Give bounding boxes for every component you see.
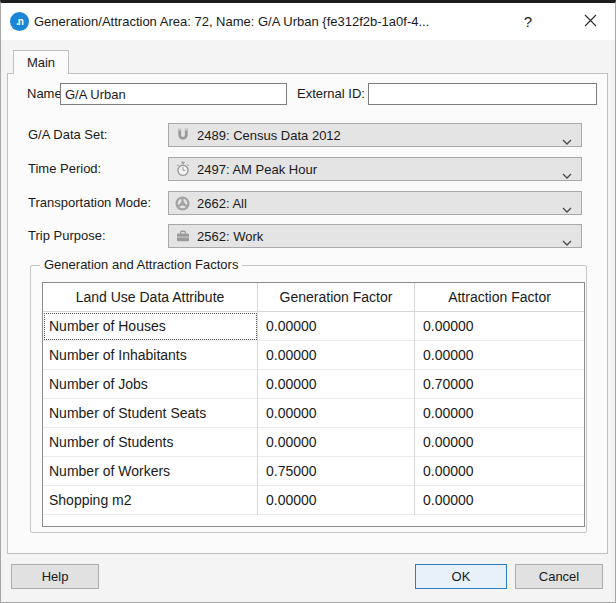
cell-attraction-factor[interactable]: 0.00000 xyxy=(415,428,584,457)
window-title: Generation/Attraction Area: 72, Name: G/… xyxy=(34,3,429,40)
tab-main-label: Main xyxy=(27,55,55,70)
trip-purpose-dropdown[interactable]: 2562: Work xyxy=(168,224,582,248)
cell-generation-factor[interactable]: 0.00000 xyxy=(258,428,415,457)
close-icon xyxy=(584,13,597,31)
cell-generation-factor[interactable]: 0.75000 xyxy=(258,457,415,486)
transportation-mode-row: Transportation Mode: 2662: All xyxy=(1,191,615,215)
table-row: Number of Student Seats 0.00000 0.00000 xyxy=(43,399,584,428)
column-header-attraction: Attraction Factor xyxy=(415,283,584,312)
ga-data-set-value: 2489: Census Data 2012 xyxy=(197,128,341,143)
app-logo-icon: .n xyxy=(10,12,29,31)
table-row: Number of Workers 0.75000 0.00000 xyxy=(43,457,584,486)
cell-generation-factor[interactable]: 0.00000 xyxy=(258,486,415,515)
cell-attraction-factor[interactable]: 0.00000 xyxy=(415,312,584,341)
cell-generation-factor[interactable]: 0.00000 xyxy=(258,312,415,341)
briefcase-icon xyxy=(174,228,191,245)
cell-attribute[interactable]: Number of Houses xyxy=(43,312,258,341)
table-row: Shopping m2 0.00000 0.00000 xyxy=(43,486,584,515)
caption-help-button[interactable]: ? xyxy=(511,3,545,40)
external-id-input[interactable] xyxy=(368,83,597,105)
cancel-button[interactable]: Cancel xyxy=(515,564,603,589)
cell-generation-factor[interactable]: 0.00000 xyxy=(258,341,415,370)
ga-data-set-row: G/A Data Set: 2489: Census Data 2012 xyxy=(1,123,615,147)
table-row: Number of Inhabitants 0.00000 0.00000 xyxy=(43,341,584,370)
cell-attraction-factor[interactable]: 0.00000 xyxy=(415,399,584,428)
cell-attribute[interactable]: Number of Jobs xyxy=(43,370,258,399)
chevron-down-icon xyxy=(562,133,572,148)
cell-attribute[interactable]: Number of Inhabitants xyxy=(43,341,258,370)
cell-attribute[interactable]: Number of Workers xyxy=(43,457,258,486)
transportation-mode-value: 2662: All xyxy=(197,196,247,211)
help-button[interactable]: Help xyxy=(11,564,99,589)
transportation-mode-label: Transportation Mode: xyxy=(28,191,151,215)
time-period-label: Time Period: xyxy=(28,157,101,181)
time-period-dropdown[interactable]: 2497: AM Peak Hour xyxy=(168,157,582,181)
table-header-row: Land Use Data Attribute Generation Facto… xyxy=(43,283,584,312)
chevron-down-icon xyxy=(562,201,572,216)
group-box-title: Generation and Attraction Factors xyxy=(40,257,242,272)
wheel-icon xyxy=(174,195,191,212)
magnet-icon xyxy=(174,127,191,144)
dialog-window: .n Generation/Attraction Area: 72, Name:… xyxy=(0,0,616,603)
external-id-label: External ID: xyxy=(297,83,365,105)
cell-attraction-factor[interactable]: 0.70000 xyxy=(415,370,584,399)
trip-purpose-label: Trip Purpose: xyxy=(28,224,106,248)
trip-purpose-value: 2562: Work xyxy=(197,229,263,244)
cell-generation-factor[interactable]: 0.00000 xyxy=(258,370,415,399)
name-input[interactable] xyxy=(60,83,287,105)
cell-attribute[interactable]: Number of Students xyxy=(43,428,258,457)
chevron-down-icon xyxy=(562,234,572,249)
trip-purpose-row: Trip Purpose: 2562: Work xyxy=(1,224,615,248)
cell-attraction-factor[interactable]: 0.00000 xyxy=(415,486,584,515)
cell-attraction-factor[interactable]: 0.00000 xyxy=(415,341,584,370)
cell-attribute[interactable]: Number of Student Seats xyxy=(43,399,258,428)
cell-generation-factor[interactable]: 0.00000 xyxy=(258,399,415,428)
tab-main[interactable]: Main xyxy=(13,50,69,74)
title-bar: .n Generation/Attraction Area: 72, Name:… xyxy=(1,3,615,40)
ga-data-set-label: G/A Data Set: xyxy=(28,123,108,147)
ok-button[interactable]: OK xyxy=(415,564,507,589)
column-header-attribute: Land Use Data Attribute xyxy=(43,283,258,312)
ga-data-set-dropdown[interactable]: 2489: Census Data 2012 xyxy=(168,123,582,147)
factors-table: Land Use Data Attribute Generation Facto… xyxy=(42,282,585,527)
column-header-generation: Generation Factor xyxy=(258,283,415,312)
close-button[interactable] xyxy=(573,3,607,40)
caption-help-icon: ? xyxy=(524,13,532,30)
stopwatch-icon xyxy=(174,161,191,178)
time-period-row: Time Period: 2497: AM Peak Hour xyxy=(1,157,615,181)
transportation-mode-dropdown[interactable]: 2662: All xyxy=(168,191,582,215)
table-row: Number of Students 0.00000 0.00000 xyxy=(43,428,584,457)
chevron-down-icon xyxy=(562,167,572,182)
table-row: Number of Houses 0.00000 0.00000 xyxy=(43,312,584,341)
cell-attribute[interactable]: Shopping m2 xyxy=(43,486,258,515)
time-period-value: 2497: AM Peak Hour xyxy=(197,162,317,177)
cell-attraction-factor[interactable]: 0.00000 xyxy=(415,457,584,486)
table-row: Number of Jobs 0.00000 0.70000 xyxy=(43,370,584,399)
